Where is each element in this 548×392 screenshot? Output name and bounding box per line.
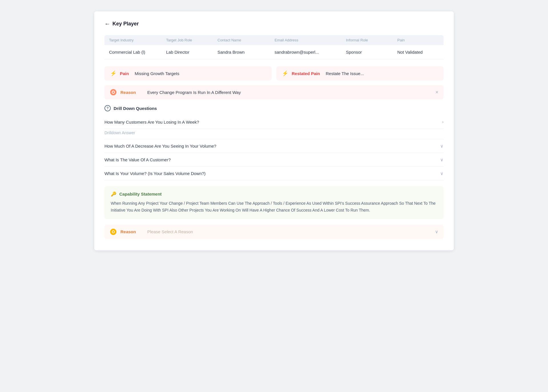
restated-pain-box[interactable]: ⚡ Restated Pain Restate The Issue...	[276, 66, 444, 81]
col-header-informal-role: Informal Role	[346, 38, 397, 42]
drill-question-2-text: How Much Of A Decrease Are You Seeing In…	[104, 144, 216, 148]
drill-question-3[interactable]: What Is The Value Of A Customer? ∨	[104, 153, 444, 167]
reason-close-icon[interactable]: ×	[435, 89, 438, 95]
reason-label: Reason	[120, 90, 143, 95]
drill-answer-1: Drilldown Answer	[104, 129, 444, 139]
col-header-email: Email Address	[275, 38, 346, 42]
page-title: Key Player	[112, 21, 139, 27]
drill-question-1-text: How Many Customers Are You Losing In A W…	[104, 120, 199, 124]
drill-circle-icon: ?	[104, 105, 111, 111]
cell-job-role: Lab Director	[166, 50, 217, 55]
cell-industry: Commercial Lab (l)	[109, 50, 166, 55]
cell-informal-role: Sponsor	[346, 50, 397, 55]
reason-bottom-label: Reason	[120, 229, 143, 234]
capability-section: 🔑 Capability Statement When Running Any …	[104, 186, 444, 219]
table-row: Commercial Lab (l) Lab Director Sandra B…	[104, 45, 444, 59]
drill-question-2-chevron: ∨	[440, 143, 444, 149]
col-header-industry: Target Industry	[109, 38, 166, 42]
drill-question-3-chevron: ∨	[440, 157, 444, 162]
reason-value: Every Change Program Is Run In A Differe…	[147, 90, 241, 95]
drill-question-1-container: How Many Customers Are You Losing In A W…	[104, 115, 444, 139]
drill-question-1-chevron: ›	[442, 119, 444, 124]
drill-question-3-text: What Is The Value Of A Customer?	[104, 157, 171, 162]
pain-lightning-icon: ⚡	[110, 70, 116, 77]
col-header-contact-name: Contact Name	[217, 38, 275, 42]
drill-down-section: ? Drill Down Questions How Many Customer…	[104, 105, 444, 180]
drill-question-2[interactable]: How Much Of A Decrease Are You Seeing In…	[104, 139, 444, 153]
restated-pain-label: Restated Pain	[292, 71, 320, 76]
back-arrow-icon: ←	[104, 21, 110, 27]
key-player-card: ← Key Player Target Industry Target Job …	[94, 11, 454, 250]
reason-bottom-placeholder: Please Select A Reason	[147, 229, 193, 234]
cell-email: sandrabrown@superl...	[275, 50, 346, 55]
pain-value: Missing Growth Targets	[135, 71, 179, 76]
drill-question-1[interactable]: How Many Customers Are You Losing In A W…	[104, 115, 444, 129]
col-header-pain: Pain	[397, 38, 443, 42]
svg-point-3	[112, 231, 114, 233]
capability-key-icon: 🔑	[111, 191, 116, 197]
pain-box[interactable]: ⚡ Pain Missing Growth Targets	[104, 66, 272, 81]
restated-pain-lightning-icon: ⚡	[282, 70, 288, 77]
cell-pain: Not Validated	[397, 50, 443, 55]
drill-question-4-chevron: ∨	[440, 171, 444, 176]
drill-down-title: ? Drill Down Questions	[104, 105, 444, 111]
capability-text: When Running Any Project Your Change / P…	[111, 200, 437, 214]
reason-bottom-icon	[110, 229, 116, 235]
capability-title: 🔑 Capability Statement	[111, 191, 437, 197]
drill-question-4[interactable]: What Is Your Volume? (Is Your Sales Volu…	[104, 167, 444, 180]
table-header: Target Industry Target Job Role Contact …	[104, 35, 444, 45]
capability-title-text: Capability Statement	[119, 192, 162, 196]
pain-section: ⚡ Pain Missing Growth Targets ⚡ Restated…	[104, 66, 444, 81]
restated-pain-value: Restate The Issue...	[326, 71, 364, 76]
pain-label: Pain	[120, 71, 129, 76]
drill-down-title-text: Drill Down Questions	[114, 106, 157, 111]
drill-question-4-text: What Is Your Volume? (Is Your Sales Volu…	[104, 171, 206, 176]
reason-icon	[110, 89, 116, 95]
reason-row: Reason Every Change Program Is Run In A …	[104, 85, 444, 99]
reason-bottom-row[interactable]: Reason Please Select A Reason ∨	[104, 225, 444, 239]
back-nav[interactable]: ← Key Player	[104, 21, 444, 27]
col-header-job-role: Target Job Role	[166, 38, 217, 42]
svg-point-1	[112, 91, 114, 93]
reason-bottom-chevron-icon: ∨	[435, 229, 438, 234]
cell-contact-name: Sandra Brown	[217, 50, 275, 55]
